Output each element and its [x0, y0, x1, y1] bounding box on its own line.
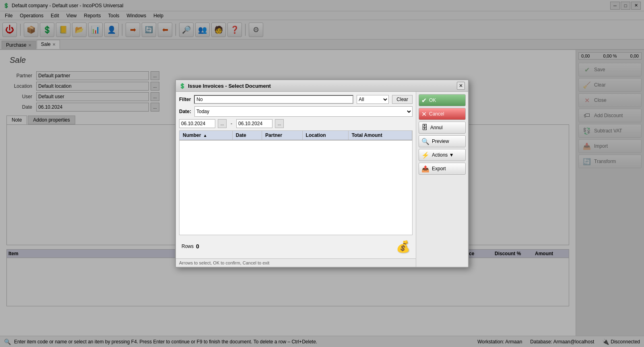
modal-side: ✔ OK ✕ Cancel 🗄 Annul 🔍 Preview ⚡ Ac — [416, 92, 468, 267]
footer-text: Arrows to select, OK to confirm, Cancel … — [179, 260, 269, 265]
export-label: Export — [432, 166, 446, 171]
rows-count: 0 — [196, 243, 199, 250]
export-icon: 📤 — [421, 165, 429, 173]
col-number[interactable]: Number ▲ — [180, 131, 232, 140]
modal-body: Filter All Number Partner Location Clear… — [176, 92, 416, 258]
col-date[interactable]: Date — [232, 131, 262, 140]
col-number-label: Number — [183, 132, 201, 138]
annul-label: Annul — [430, 125, 443, 130]
date-to-browse[interactable]: ... — [275, 119, 284, 128]
modal-dialog: 💲 Issue Invoices - Select Document ✕ Fil… — [175, 79, 469, 268]
cancel-label: Cancel — [429, 111, 444, 117]
coin-icon-area: 💰 — [396, 239, 410, 254]
modal-table-container: Number ▲ Date Partner Location Total Amo… — [179, 130, 413, 235]
modal-date-label: Date: — [179, 109, 191, 114]
cancel-icon: ✕ — [421, 110, 427, 118]
modal-footer: Arrows to select, OK to confirm, Cancel … — [176, 258, 416, 267]
rows-area: Rows 0 — [182, 243, 199, 250]
modal-title: 💲 Issue Invoices - Select Document — [179, 83, 271, 89]
date-inputs-row: ... - ... — [179, 119, 413, 128]
date-period-select[interactable]: Today This week This month This year Cus… — [194, 106, 413, 117]
date-to-input[interactable] — [236, 119, 272, 128]
modal-title-icon: 💲 — [179, 83, 186, 89]
annul-icon: 🗄 — [421, 124, 428, 131]
sort-icon: ▲ — [203, 133, 207, 138]
col-partner[interactable]: Partner — [262, 131, 303, 140]
date-from-input[interactable] — [179, 119, 215, 128]
modal-overlay: 💲 Issue Invoices - Select Document ✕ Fil… — [0, 0, 644, 347]
modal-clear-btn[interactable]: Clear — [392, 95, 413, 104]
ok-label: OK — [429, 97, 436, 103]
rows-label: Rows — [182, 244, 194, 249]
modal-title-text: Issue Invoices - Select Document — [188, 83, 271, 89]
actions-label: Actions ▼ — [432, 152, 454, 158]
modal-ok-btn[interactable]: ✔ OK — [419, 94, 466, 106]
modal-main: Filter All Number Partner Location Clear… — [176, 92, 416, 267]
filter-input[interactable] — [194, 95, 353, 104]
modal-export-btn[interactable]: 📤 Export — [419, 163, 466, 175]
modal-cancel-btn[interactable]: ✕ Cancel — [419, 108, 466, 120]
col-total-amount[interactable]: Total Amount — [348, 131, 412, 140]
modal-inner: Filter All Number Partner Location Clear… — [176, 92, 468, 267]
filter-select[interactable]: All Number Partner Location — [357, 95, 389, 104]
modal-actions-btn[interactable]: ⚡ Actions ▼ — [419, 149, 466, 161]
filter-row: Filter All Number Partner Location Clear — [179, 95, 413, 104]
modal-close-btn[interactable]: ✕ — [457, 82, 465, 90]
preview-label: Preview — [432, 138, 449, 144]
rows-and-icon: Rows 0 💰 — [179, 238, 413, 255]
modal-annul-btn[interactable]: 🗄 Annul — [419, 122, 466, 134]
modal-preview-btn[interactable]: 🔍 Preview — [419, 135, 466, 147]
date-separator: - — [231, 121, 232, 126]
actions-icon: ⚡ — [421, 151, 429, 159]
table-header-row: Number ▲ Date Partner Location Total Amo… — [180, 131, 412, 140]
col-location[interactable]: Location — [302, 131, 348, 140]
modal-table: Number ▲ Date Partner Location Total Amo… — [180, 131, 412, 140]
ok-icon: ✔ — [421, 97, 427, 104]
date-row-modal: Date: Today This week This month This ye… — [179, 106, 413, 117]
modal-title-bar: 💲 Issue Invoices - Select Document ✕ — [176, 80, 468, 92]
date-from-browse[interactable]: ... — [218, 119, 227, 128]
coin-icon: 💰 — [396, 240, 410, 253]
preview-icon: 🔍 — [421, 138, 429, 145]
filter-label: Filter — [179, 97, 191, 102]
